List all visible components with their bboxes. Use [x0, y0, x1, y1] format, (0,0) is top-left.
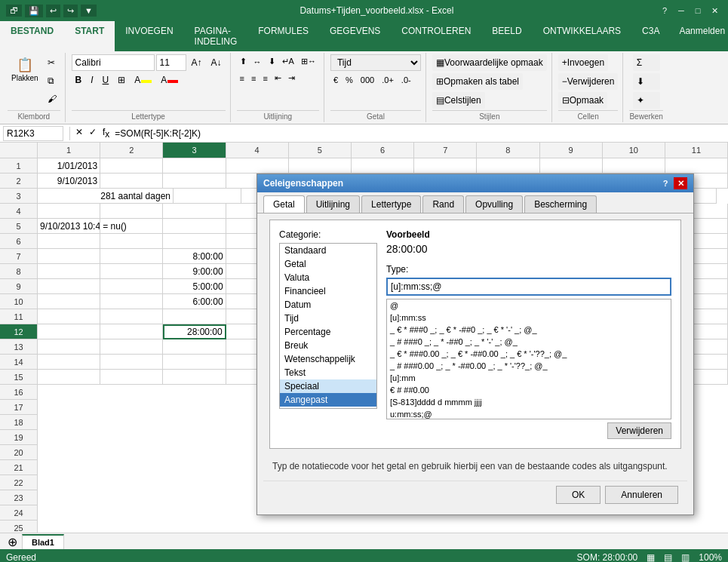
- type-item-2[interactable]: _ € * ###0 _; _ € * -##0 _; _ € * '-' _;…: [387, 324, 671, 336]
- dialog-content: Categorie: Standaard Getal Valuta Financ…: [257, 213, 693, 514]
- cat-valuta[interactable]: Valuta: [280, 271, 376, 284]
- dialog-tab-opvulling[interactable]: Opvulling: [465, 195, 523, 213]
- dialog-tab-uitlijning[interactable]: Uitlijning: [306, 195, 360, 213]
- cat-tijd[interactable]: Tijd: [280, 312, 376, 325]
- type-item-3[interactable]: _ # ###0 _; _ * -##0 _; _ * '-' _; @_: [387, 336, 671, 348]
- type-item-5[interactable]: _ # ###0.00 _; _ * -##0.00 _; _ * '-'??_…: [387, 360, 671, 372]
- dialog-help-button[interactable]: ?: [659, 177, 672, 189]
- cat-aangepast[interactable]: Aangepast: [280, 393, 376, 407]
- dialog-tab-bescherming[interactable]: Bescherming: [524, 195, 597, 213]
- type-item-7[interactable]: € # ##0.00: [387, 384, 671, 396]
- cat-standaard[interactable]: Standaard: [280, 244, 376, 257]
- type-item-4[interactable]: _ € * ###0.00 _; _ € * -##0.00 _; _ € * …: [387, 348, 671, 360]
- dialog-tabs: Getal Uitlijning Lettertype Rand Opvulli…: [257, 192, 693, 213]
- ok-button[interactable]: OK: [556, 486, 601, 504]
- dialog-tab-rand[interactable]: Rand: [422, 195, 464, 213]
- category-list[interactable]: Standaard Getal Valuta Financieel Datum …: [279, 243, 377, 409]
- type-item-6[interactable]: [u]:mm: [387, 372, 671, 384]
- category-label: Categorie:: [279, 229, 377, 240]
- cat-datum[interactable]: Datum: [280, 298, 376, 312]
- cat-tekst[interactable]: Tekst: [280, 366, 376, 379]
- delete-section: Verwijderen: [386, 422, 671, 439]
- type-section: Voorbeeld 28:00:00 Type: @ [u]:mm:ss _ €…: [386, 229, 671, 439]
- cat-financieel[interactable]: Financieel: [280, 284, 376, 298]
- cat-speciaal[interactable]: Speciaal: [280, 379, 376, 393]
- dialog-titlebar-buttons: ? ✕: [659, 177, 687, 189]
- cat-getal[interactable]: Getal: [280, 257, 376, 271]
- dialog-tab-getal[interactable]: Getal: [263, 195, 305, 213]
- type-item-0[interactable]: @: [387, 299, 671, 312]
- dialog-hint: Typ de notatiecode voor het getal en geb…: [263, 455, 687, 478]
- dialog-overlay: Celeigenschappen ? ✕ Getal Uitlijning Le…: [0, 0, 728, 562]
- preview-label: Voorbeeld: [386, 229, 671, 240]
- dialog-tab-lettertype[interactable]: Lettertype: [361, 195, 421, 213]
- cat-percentage[interactable]: Percentage: [280, 325, 376, 339]
- cat-wetenschappelijk[interactable]: Wetenschappelijk: [280, 352, 376, 366]
- preview-value: 28:00:00: [386, 241, 671, 256]
- type-input[interactable]: [386, 278, 671, 296]
- dialog-body-inner: Categorie: Standaard Getal Valuta Financ…: [279, 229, 671, 439]
- dialog-footer: OK Annuleren: [263, 481, 687, 508]
- celeigenschappen-dialog: Celeigenschappen ? ✕ Getal Uitlijning Le…: [256, 174, 694, 515]
- dialog-close-button[interactable]: ✕: [674, 177, 687, 189]
- type-item-1[interactable]: [u]:mm:ss: [387, 312, 671, 324]
- type-item-8[interactable]: [S-813]dddd d mmmm jjjj: [387, 396, 671, 408]
- cancel-button[interactable]: Annuleren: [605, 486, 678, 504]
- dialog-titlebar: Celeigenschappen ? ✕: [257, 174, 693, 192]
- type-item-9[interactable]: u:mm:ss;@: [387, 408, 671, 419]
- dialog-title: Celeigenschappen: [263, 178, 343, 189]
- cat-breuk[interactable]: Breuk: [280, 339, 376, 352]
- type-list[interactable]: @ [u]:mm:ss _ € * ###0 _; _ € * -##0 _; …: [386, 299, 671, 419]
- category-section: Categorie: Standaard Getal Valuta Financ…: [279, 229, 377, 439]
- delete-button[interactable]: Verwijderen: [607, 422, 671, 439]
- dialog-body: Categorie: Standaard Getal Valuta Financ…: [269, 220, 681, 449]
- type-label: Type:: [386, 264, 671, 275]
